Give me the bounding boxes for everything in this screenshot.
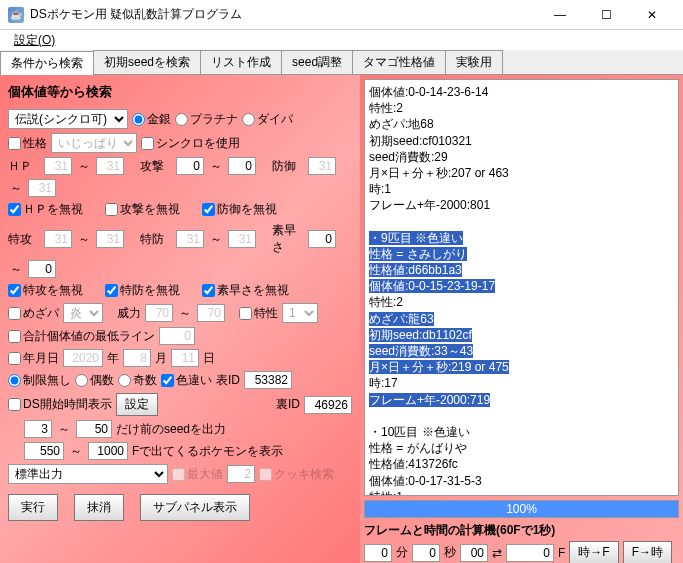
atk-hi[interactable] [228, 157, 256, 175]
limit-odd[interactable]: 奇数 [118, 372, 157, 389]
spe-label: 素早さ [272, 222, 304, 256]
tab-exp[interactable]: 実験用 [445, 50, 503, 74]
ability-select[interactable]: 1 [282, 303, 318, 323]
day-input[interactable] [171, 349, 199, 367]
close-button[interactable]: ✕ [629, 0, 675, 30]
def-label: 防御 [272, 158, 304, 175]
back-text: だけ前のseedを出力 [116, 421, 226, 438]
nature-chk[interactable]: 性格 [8, 135, 47, 152]
menubar: 設定(O) [0, 30, 683, 50]
minimize-button[interactable]: — [537, 0, 583, 30]
def-lo[interactable] [308, 157, 336, 175]
back-hi[interactable] [76, 420, 112, 438]
limit-even[interactable]: 偶数 [75, 372, 114, 389]
ign-spe[interactable]: 素早さを無視 [202, 282, 289, 299]
progress-bar: 100% [364, 500, 679, 518]
def-hi[interactable] [28, 179, 56, 197]
spd-hi[interactable] [228, 230, 256, 248]
frame-lo[interactable] [24, 442, 64, 460]
sid-label: 裏ID [276, 396, 300, 413]
month-input[interactable] [123, 349, 151, 367]
calc-csec[interactable] [460, 544, 488, 562]
spa-lo[interactable] [44, 230, 72, 248]
nature-select[interactable]: いじっぱり [51, 133, 137, 153]
app-icon: ☕ [8, 7, 24, 23]
frame-calc-title: フレームと時間の計算機(60Fで1秒) [364, 522, 679, 539]
maximize-button[interactable]: ☐ [583, 0, 629, 30]
run-button[interactable]: 実行 [8, 494, 58, 521]
limit-none[interactable]: 制限無し [8, 372, 71, 389]
calc-frame[interactable] [506, 544, 554, 562]
pow-hi[interactable] [197, 304, 225, 322]
spd-label: 特防 [140, 231, 172, 248]
menu-settings[interactable]: 設定(O) [8, 30, 61, 51]
hp-hi[interactable] [96, 157, 124, 175]
inv-max-chk: 最大値 [172, 466, 223, 483]
hp-label: ＨＰ [8, 158, 40, 175]
hidden-chk[interactable]: めざパ [8, 305, 59, 322]
tab-list[interactable]: リスト作成 [200, 50, 282, 74]
spe-hi[interactable] [28, 260, 56, 278]
ign-atk[interactable]: 攻撃を無視 [105, 201, 180, 218]
tabbar: 条件から検索 初期seedを検索 リスト作成 seed調整 タマゴ性格値 実験用 [0, 50, 683, 75]
frame-hi[interactable] [88, 442, 128, 460]
spd-lo[interactable] [176, 230, 204, 248]
hp-lo[interactable] [44, 157, 72, 175]
radio-gs[interactable]: 金銀 [132, 111, 171, 128]
spe-lo[interactable] [308, 230, 336, 248]
power-label: 威力 [117, 305, 141, 322]
preset-select[interactable]: 伝説(シンクロ可) [8, 109, 128, 129]
ign-def[interactable]: 防御を無視 [202, 201, 277, 218]
shiny-chk[interactable]: 色違い [161, 372, 212, 389]
sid-input[interactable] [304, 396, 352, 414]
pow-lo[interactable] [145, 304, 173, 322]
date-chk[interactable]: 年月日 [8, 350, 59, 367]
swap-icon: ⇄ [492, 546, 502, 560]
atk-lo[interactable] [176, 157, 204, 175]
ign-spd[interactable]: 特防を無視 [105, 282, 180, 299]
calc-min[interactable] [364, 544, 392, 562]
subpanel-button[interactable]: サブパネル表示 [140, 494, 250, 521]
inv-cookie-chk: クッキ検索 [259, 466, 334, 483]
output-select[interactable]: 標準出力 [8, 464, 168, 484]
output-area[interactable]: 個体値:0-0-14-23-6-14 特性:2 めざパ:地68 初期seed:c… [364, 79, 679, 496]
tab-search-cond[interactable]: 条件から検索 [0, 51, 94, 75]
window-title: DSポケモン用 疑似乱数計算プログラム [30, 6, 537, 23]
clear-button[interactable]: 抹消 [74, 494, 124, 521]
back-lo[interactable] [24, 420, 52, 438]
sum-chk[interactable]: 合計個体値の最低ライン [8, 328, 155, 345]
ign-spa[interactable]: 特攻を無視 [8, 282, 83, 299]
to-frame-button[interactable]: 時→F [569, 541, 618, 563]
section-title: 個体値等から検索 [8, 83, 352, 101]
tid-label: 表ID [216, 372, 240, 389]
cfg-button[interactable]: 設定 [116, 393, 158, 416]
frame-text: Fで出てくるポケモンを表示 [132, 443, 283, 460]
spa-hi[interactable] [96, 230, 124, 248]
window-buttons: — ☐ ✕ [537, 0, 675, 30]
radio-pt[interactable]: プラチナ [175, 111, 238, 128]
atk-label: 攻撃 [140, 158, 172, 175]
progress-fill: 100% [365, 501, 678, 517]
sum-input[interactable] [159, 327, 195, 345]
right-panel: 個体値:0-0-14-23-6-14 特性:2 めざパ:地68 初期seed:c… [360, 75, 683, 563]
syncro-chk[interactable]: シンクロを使用 [141, 135, 240, 152]
year-input[interactable] [63, 349, 103, 367]
tab-seed-adj[interactable]: seed調整 [281, 50, 353, 74]
left-panel: 個体値等から検索 伝説(シンクロ可) 金銀 プラチナ ダイパ 性格 いじっぱり … [0, 75, 360, 563]
tid-input[interactable] [244, 371, 292, 389]
ability-chk[interactable]: 特性 [239, 305, 278, 322]
dstime-chk[interactable]: DS開始時間表示 [8, 396, 112, 413]
radio-dp[interactable]: ダイパ [242, 111, 293, 128]
to-time-button[interactable]: F→時 [623, 541, 672, 563]
hidden-select[interactable]: 炎 [63, 303, 103, 323]
tab-egg[interactable]: タマゴ性格値 [352, 50, 446, 74]
spa-label: 特攻 [8, 231, 40, 248]
tab-seed-search[interactable]: 初期seedを検索 [93, 50, 201, 74]
calc-sec[interactable] [412, 544, 440, 562]
titlebar: ☕ DSポケモン用 疑似乱数計算プログラム — ☐ ✕ [0, 0, 683, 30]
ign-hp[interactable]: ＨＰを無視 [8, 201, 83, 218]
inv-max-val [227, 465, 255, 483]
